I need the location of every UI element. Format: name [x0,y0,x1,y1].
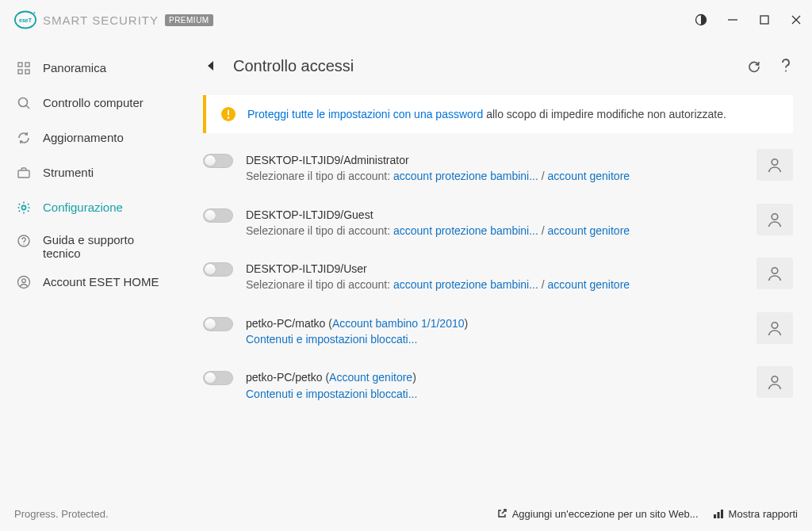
account-user-button[interactable] [756,149,793,181]
sidebar-item-help[interactable]: Guida e supporto tecnico [0,225,184,265]
svg-rect-23 [228,110,229,116]
svg-rect-32 [717,512,719,518]
svg-rect-31 [714,514,716,518]
account-role-link[interactable]: Account genitore [329,371,412,384]
svg-point-12 [19,98,28,107]
parent-account-link[interactable]: account genitore [548,224,630,237]
svg-point-15 [21,205,25,209]
account-row: DESKTOP-ILTJID9/UserSelezionare il tipo … [203,254,793,309]
titlebar: eseT SMART SECURITY PREMIUM [0,0,812,40]
account-row: petko-PC/matko (Account bambino 1/1/2010… [203,309,793,364]
add-website-exception-link[interactable]: Aggiungi un'eccezione per un sito Web... [496,508,699,520]
account-role-link[interactable]: Account bambino 1/1/2010 [332,317,465,330]
warning-icon [220,106,236,122]
search-icon [16,95,32,111]
external-link-icon [496,508,508,519]
overview-icon [16,60,32,76]
select-account-label: Selezionare il tipo di account: [246,278,393,291]
svg-point-24 [228,117,230,119]
select-account-label: Selezionare il tipo di account: [246,224,393,237]
show-reports-link[interactable]: Mostra rapporti [713,508,798,520]
svg-rect-5 [760,16,768,24]
sidebar-item-label: Panoramica [43,61,106,74]
account-toggle[interactable] [203,371,233,385]
account-user-button[interactable] [756,204,793,235]
close-button[interactable] [790,13,802,26]
reset-button[interactable] [747,59,761,73]
user-circle-icon [16,274,32,290]
brand: eseT SMART SECURITY PREMIUM [14,9,213,31]
account-title: petko-PC/matko [246,317,325,330]
svg-rect-10 [18,70,22,74]
page-title: Controllo accessi [233,57,354,75]
account-body: petko-PC/matko (Account bambino 1/1/2010… [246,315,744,348]
sidebar-item-overview[interactable]: Panoramica [0,51,184,86]
svg-point-19 [22,279,26,283]
account-title: petko-PC/petko [246,371,323,384]
svg-point-28 [772,322,778,328]
brand-premium-badge: PREMIUM [165,14,213,26]
svg-point-17 [23,244,24,245]
sidebar-item-setup[interactable]: Configurazione [0,190,184,225]
account-toggle[interactable] [203,208,233,223]
svg-point-27 [772,268,778,274]
user-icon [766,319,783,337]
svg-point-21 [785,70,787,71]
child-account-link[interactable]: account protezione bambini... [393,278,538,291]
minimize-button[interactable] [726,13,739,26]
svg-line-30 [502,510,506,514]
sidebar-item-label: Guida e supporto tecnico [43,233,168,261]
contrast-icon[interactable] [695,13,707,26]
child-account-link[interactable]: account protezione bambini... [393,170,538,182]
accounts-list: DESKTOP-ILTJID9/AdministratorSelezionare… [203,146,793,418]
svg-rect-33 [721,510,723,518]
blocked-settings-link[interactable]: Contenuti e impostazioni bloccati... [246,333,417,346]
svg-line-13 [26,105,29,109]
account-title: DESKTOP-ILTJID9/User [246,262,367,275]
footer-link-label: Aggiungi un'eccezione per un sito Web... [512,508,699,520]
sidebar-item-label: Controllo computer [43,96,144,109]
eset-logo-icon: eseT [14,9,36,31]
main-content: Controllo accessi Proteggi tutte le impo… [184,40,812,496]
blocked-settings-link[interactable]: Contenuti e impostazioni bloccati... [246,388,417,400]
password-protect-link[interactable]: Proteggi tutte le impostazioni con una p… [247,108,483,120]
account-body: petko-PC/petko (Account genitore)Contenu… [246,369,744,402]
account-title: DESKTOP-ILTJID9/Administrator [246,154,409,166]
sidebar-item-label: Configurazione [43,201,123,214]
account-toggle[interactable] [203,317,233,331]
child-account-link[interactable]: account protezione bambini... [393,224,538,237]
sidebar: Panoramica Controllo computer Aggiorname… [0,40,184,496]
account-toggle[interactable] [203,262,233,277]
sidebar-item-tools[interactable]: Strumenti [0,155,184,190]
sidebar-item-label: Account ESET HOME [43,275,159,288]
back-button[interactable] [203,58,219,74]
help-icon [16,233,32,249]
parent-account-link[interactable]: account genitore [548,278,630,291]
briefcase-icon [16,165,32,181]
help-button[interactable] [779,59,793,73]
sidebar-item-label: Aggiornamento [43,131,124,144]
svg-rect-8 [18,63,22,67]
user-icon [766,373,783,391]
account-user-button[interactable] [756,312,793,344]
sidebar-item-account[interactable]: Account ESET HOME [0,265,184,300]
footer-tagline: Progress. Protected. [14,508,109,520]
account-user-button[interactable] [756,366,793,398]
sidebar-item-update[interactable]: Aggiornamento [0,120,184,155]
alert-text: Proteggi tutte le impostazioni con una p… [247,108,726,120]
user-icon [766,156,783,174]
parent-account-link[interactable]: account genitore [548,170,630,182]
svg-text:eseT: eseT [19,17,33,23]
account-user-button[interactable] [756,258,793,289]
sidebar-item-computer-scan[interactable]: Controllo computer [0,86,184,120]
svg-point-25 [772,159,778,166]
svg-point-29 [772,376,778,383]
sidebar-item-label: Strumenti [43,166,94,179]
account-row: petko-PC/petko (Account genitore)Contenu… [203,363,793,418]
user-icon [766,265,783,282]
account-toggle[interactable] [203,154,233,168]
password-protect-alert: Proteggi tutte le impostazioni con una p… [203,95,793,133]
refresh-icon [16,130,32,146]
svg-point-26 [772,213,778,220]
maximize-button[interactable] [758,13,771,26]
